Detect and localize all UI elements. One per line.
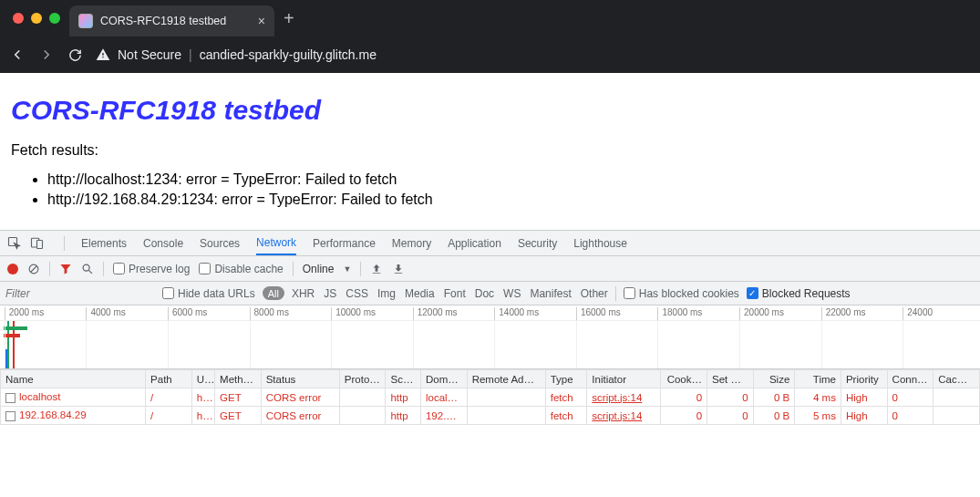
col-type[interactable]: Type [545, 370, 587, 388]
filter-input[interactable] [0, 283, 155, 305]
maximize-window-icon[interactable] [49, 13, 60, 24]
row-checkbox[interactable] [5, 411, 15, 421]
filter-type-other[interactable]: Other [581, 287, 608, 300]
cell-initiator: script.js:14 [587, 388, 661, 407]
close-window-icon[interactable] [13, 13, 24, 24]
upload-icon[interactable] [370, 263, 383, 275]
window-controls [7, 13, 69, 24]
back-button[interactable] [9, 47, 26, 63]
filter-icon[interactable] [59, 263, 72, 275]
col-size[interactable]: Size [753, 370, 795, 388]
tab-sources[interactable]: Sources [200, 237, 240, 250]
not-secure-label: Not Secure [118, 47, 181, 62]
has-blocked-cookies-checkbox[interactable]: Has blocked cookies [624, 287, 739, 300]
col-remote[interactable]: Remote Ad… [467, 370, 545, 388]
filter-type-xhr[interactable]: XHR [292, 287, 315, 300]
col-status[interactable]: Status [261, 370, 339, 388]
filter-type-ws[interactable]: WS [503, 287, 521, 300]
timeline-tick: 2000 ms [5, 307, 44, 320]
tab-lighthouse[interactable]: Lighthouse [573, 237, 627, 250]
tab-console[interactable]: Console [143, 237, 183, 250]
checkbox-checked-icon: ✓ [747, 287, 758, 299]
cell-cookies: 0 [661, 388, 707, 407]
record-button[interactable] [7, 264, 18, 274]
table-row[interactable]: 192.168.84.29/h…GETCORS errorhttp192.…fe… [1, 407, 980, 425]
has-blocked-cookies-label: Has blocked cookies [639, 287, 739, 300]
filter-type-img[interactable]: Img [377, 287, 396, 300]
col-method[interactable]: Meth… [215, 370, 262, 388]
new-tab-button[interactable]: + [284, 9, 294, 27]
cell-status: CORS error [261, 388, 339, 407]
col-cache[interactable]: Cac… [934, 370, 980, 388]
minimize-window-icon[interactable] [31, 13, 42, 24]
row-checkbox[interactable] [5, 393, 15, 403]
filter-type-font[interactable]: Font [444, 287, 466, 300]
device-toolbar-icon[interactable] [30, 236, 44, 250]
cell-cache [934, 407, 980, 425]
col-priority[interactable]: Priority [841, 370, 887, 388]
timeline-gridline [657, 321, 658, 368]
filter-type-doc[interactable]: Doc [475, 287, 494, 300]
filter-all-pill[interactable]: All [263, 286, 284, 300]
cell-protocol [339, 388, 386, 407]
disable-cache-checkbox[interactable]: Disable cache [199, 263, 283, 275]
tab-application[interactable]: Application [448, 237, 501, 250]
clear-icon[interactable] [27, 263, 40, 275]
initiator-link[interactable]: script.js:14 [592, 410, 642, 421]
timeline-body [0, 321, 980, 368]
col-cookies[interactable]: Cook… [661, 370, 707, 388]
cell-priority: High [841, 388, 887, 407]
cell-size: 0 B [753, 388, 795, 407]
timeline-gridline [250, 321, 251, 368]
timeline-tick: 22000 ms [821, 307, 866, 320]
filter-type-js[interactable]: JS [324, 287, 336, 300]
forward-button[interactable] [38, 47, 55, 63]
timeline-tick: 24000 [903, 307, 933, 320]
table-row[interactable]: localhost/h…GETCORS errorhttplocal…fetch… [1, 388, 980, 407]
col-time[interactable]: Time [795, 370, 841, 388]
browser-toolbar: Not Secure | candied-sparkly-guilty.glit… [0, 36, 980, 73]
timeline-gridline [494, 321, 495, 368]
address-bar[interactable]: Not Secure | candied-sparkly-guilty.glit… [96, 47, 377, 62]
col-conn[interactable]: Conn… [887, 370, 934, 388]
col-initiator[interactable]: Initiator [587, 370, 661, 388]
hide-data-urls-checkbox[interactable]: Hide data URLs [162, 287, 255, 300]
tab-performance[interactable]: Performance [313, 237, 376, 250]
col-scheme[interactable]: Sc… [386, 370, 421, 388]
blocked-requests-checkbox[interactable]: ✓ Blocked Requests [747, 287, 851, 300]
tab-network[interactable]: Network [256, 236, 296, 255]
search-icon[interactable] [81, 263, 94, 275]
tab-memory[interactable]: Memory [392, 237, 431, 250]
preserve-log-checkbox[interactable]: Preserve log [113, 263, 190, 275]
cell-method: GET [215, 388, 262, 407]
close-tab-icon[interactable]: × [258, 14, 265, 28]
inspect-element-icon[interactable] [7, 236, 21, 250]
filter-type-manifest[interactable]: Manifest [530, 287, 571, 300]
filter-type-css[interactable]: CSS [346, 287, 368, 300]
browser-tab[interactable]: CORS-RFC1918 testbed × [69, 5, 274, 36]
cell-set-cookies: 0 [707, 407, 754, 425]
timeline-gridline [5, 321, 5, 368]
throttle-selector[interactable]: Online ▼ [303, 263, 352, 275]
svg-point-4 [83, 264, 89, 271]
cell-url: h… [191, 388, 214, 407]
timeline-tick: 12000 ms [413, 307, 458, 320]
network-toolbar: Preserve log Disable cache Online ▼ [0, 256, 980, 282]
download-icon[interactable] [392, 263, 405, 275]
reload-button[interactable] [67, 47, 83, 63]
col-path[interactable]: Path [146, 370, 192, 388]
col-domain[interactable]: Dom… [420, 370, 467, 388]
col-protocol[interactable]: Proto… [339, 370, 386, 388]
tab-security[interactable]: Security [518, 237, 557, 250]
network-timeline[interactable]: 2000 ms4000 ms6000 ms8000 ms10000 ms1200… [0, 305, 980, 369]
filter-type-media[interactable]: Media [405, 287, 435, 300]
col-set-cookies[interactable]: Set C… [707, 370, 754, 388]
divider [360, 262, 361, 276]
initiator-link[interactable]: script.js:14 [592, 392, 642, 403]
divider [64, 236, 65, 251]
tab-elements[interactable]: Elements [81, 237, 127, 250]
col-url[interactable]: U… [191, 370, 214, 388]
col-name[interactable]: Name [1, 370, 146, 388]
results-list: http://localhost:1234: error = TypeError… [11, 171, 969, 208]
hide-data-urls-label: Hide data URLs [178, 287, 255, 300]
